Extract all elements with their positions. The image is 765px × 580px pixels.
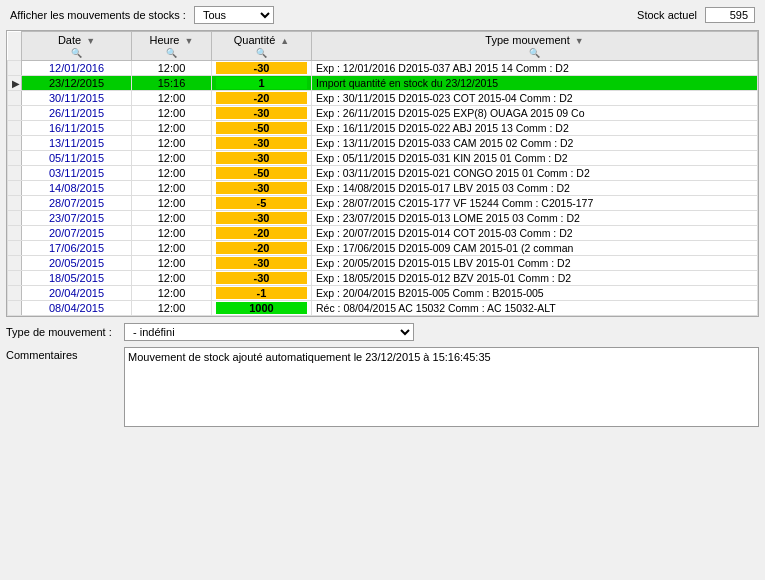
table-row[interactable]: 05/11/201512:00-30Exp : 05/11/2015 D2015… [8,151,758,166]
qty-value: -20 [216,92,307,104]
type-cell: Exp : 26/11/2015 D2015-025 EXP(8) OUAGA … [312,106,758,121]
table-row[interactable]: 20/05/201512:00-30Exp : 20/05/2015 D2015… [8,256,758,271]
row-indicator [8,196,22,211]
qty-filter-icon[interactable]: 🔍 [256,48,267,58]
table-row[interactable]: 20/07/201512:00-20Exp : 20/07/2015 D2015… [8,226,758,241]
top-bar: Afficher les mouvements de stocks : Tous… [0,0,765,30]
row-indicator [8,151,22,166]
table-row[interactable]: 14/08/201512:00-30Exp : 14/08/2015 D2015… [8,181,758,196]
row-indicator [8,241,22,256]
stock-value: 595 [705,7,755,23]
heure-filter-icon[interactable]: 🔍 [166,48,177,58]
stock-label: Stock actuel [637,9,697,21]
qty-cell: -1 [212,286,312,301]
heure-cell: 12:00 [132,226,212,241]
type-cell: Exp : 18/05/2015 D2015-012 BZV 2015-01 C… [312,271,758,286]
qty-value: -30 [216,152,307,164]
type-filter-icon[interactable]: 🔍 [529,48,540,58]
date-cell: 26/11/2015 [22,106,132,121]
qty-cell: -50 [212,121,312,136]
row-indicator [8,91,22,106]
qty-cell: -30 [212,271,312,286]
type-cell: Exp : 05/11/2015 D2015-031 KIN 2015 01 C… [312,151,758,166]
qty-cell: -30 [212,211,312,226]
row-indicator [8,106,22,121]
date-cell: 16/11/2015 [22,121,132,136]
heure-cell: 12:00 [132,301,212,316]
type-cell: Exp : 23/07/2015 D2015-013 LOME 2015 03 … [312,211,758,226]
table-row[interactable]: 03/11/201512:00-50Exp : 03/11/2015 D2015… [8,166,758,181]
table-row[interactable]: 17/06/201512:00-20Exp : 17/06/2015 D2015… [8,241,758,256]
row-arrow-icon: ▶ [12,78,22,89]
table-row[interactable]: 08/04/201512:001000Réc : 08/04/2015 AC 1… [8,301,758,316]
row-indicator [8,121,22,136]
qty-header[interactable]: Quantité ▲ 🔍 [212,32,312,61]
row-indicator-header [8,32,22,61]
qty-value: -20 [216,242,307,254]
row-indicator [8,286,22,301]
date-cell: 20/05/2015 [22,256,132,271]
table-row[interactable]: 13/11/201512:00-30Exp : 13/11/2015 D2015… [8,136,758,151]
date-filter-icon[interactable]: 🔍 [71,48,82,58]
qty-value: -30 [216,182,307,194]
table-row[interactable]: 12/01/201612:00-30Exp : 12/01/2016 D2015… [8,61,758,76]
heure-cell: 12:00 [132,256,212,271]
type-cell: Réc : 08/04/2015 AC 15032 Comm : AC 1503… [312,301,758,316]
qty-cell: -20 [212,91,312,106]
heure-cell: 12:00 [132,106,212,121]
table-row[interactable]: 28/07/201512:00-5Exp : 28/07/2015 C2015-… [8,196,758,211]
qty-cell: -30 [212,136,312,151]
stock-section: Stock actuel 595 [637,7,755,23]
row-indicator [8,211,22,226]
heure-cell: 12:00 [132,196,212,211]
table-row[interactable]: 20/04/201512:00-1Exp : 20/04/2015 B2015-… [8,286,758,301]
qty-cell: 1000 [212,301,312,316]
date-cell: 05/11/2015 [22,151,132,166]
date-cell: 17/06/2015 [22,241,132,256]
row-indicator [8,181,22,196]
date-cell: 12/01/2016 [22,61,132,76]
table-row[interactable]: 18/05/201512:00-30Exp : 18/05/2015 D2015… [8,271,758,286]
table-row[interactable]: 23/07/201512:00-30Exp : 23/07/2015 D2015… [8,211,758,226]
heure-cell: 15:16 [132,76,212,91]
row-indicator [8,256,22,271]
heure-cell: 12:00 [132,91,212,106]
date-cell: 18/05/2015 [22,271,132,286]
comments-label: Commentaires [6,347,116,361]
qty-cell: -30 [212,151,312,166]
qty-value: -50 [216,122,307,134]
qty-cell: -5 [212,196,312,211]
type-header[interactable]: Type mouvement ▼ 🔍 [312,32,758,61]
heure-header[interactable]: Heure ▼ 🔍 [132,32,212,61]
heure-cell: 12:00 [132,211,212,226]
qty-value: -50 [216,167,307,179]
comments-textarea[interactable] [124,347,759,427]
table-row[interactable]: 16/11/201512:00-50Exp : 16/11/2015 D2015… [8,121,758,136]
row-indicator [8,271,22,286]
date-cell: 30/11/2015 [22,91,132,106]
date-cell: 20/04/2015 [22,286,132,301]
type-cell: Exp : 20/05/2015 D2015-015 LBV 2015-01 C… [312,256,758,271]
qty-cell: -30 [212,256,312,271]
type-row: Type de mouvement : - indéfini Entrée So… [6,323,759,341]
date-header[interactable]: Date ▼ 🔍 [22,32,132,61]
type-cell: Exp : 16/11/2015 D2015-022 ABJ 2015 13 C… [312,121,758,136]
type-select[interactable]: - indéfini Entrée Sortie [124,323,414,341]
table-row[interactable]: 26/11/201512:00-30Exp : 26/11/2015 D2015… [8,106,758,121]
date-cell: 03/11/2015 [22,166,132,181]
qty-sort-icon: ▲ [280,36,289,46]
heure-cell: 12:00 [132,241,212,256]
table-row[interactable]: ▶23/12/201515:161Import quantité en stoc… [8,76,758,91]
table-row[interactable]: 30/11/201512:00-20Exp : 30/11/2015 D2015… [8,91,758,106]
heure-cell: 12:00 [132,121,212,136]
heure-cell: 12:00 [132,271,212,286]
heure-cell: 12:00 [132,136,212,151]
filter-select[interactable]: Tous Entrées Sorties [194,6,274,24]
date-cell: 14/08/2015 [22,181,132,196]
heure-cell: 12:00 [132,181,212,196]
qty-value: -1 [216,287,307,299]
date-cell: 23/07/2015 [22,211,132,226]
qty-value: 1 [216,77,307,89]
qty-value: -30 [216,107,307,119]
movements-table: Date ▼ 🔍 Heure ▼ 🔍 Quantité ▲ 🔍 Type mou… [7,31,758,316]
